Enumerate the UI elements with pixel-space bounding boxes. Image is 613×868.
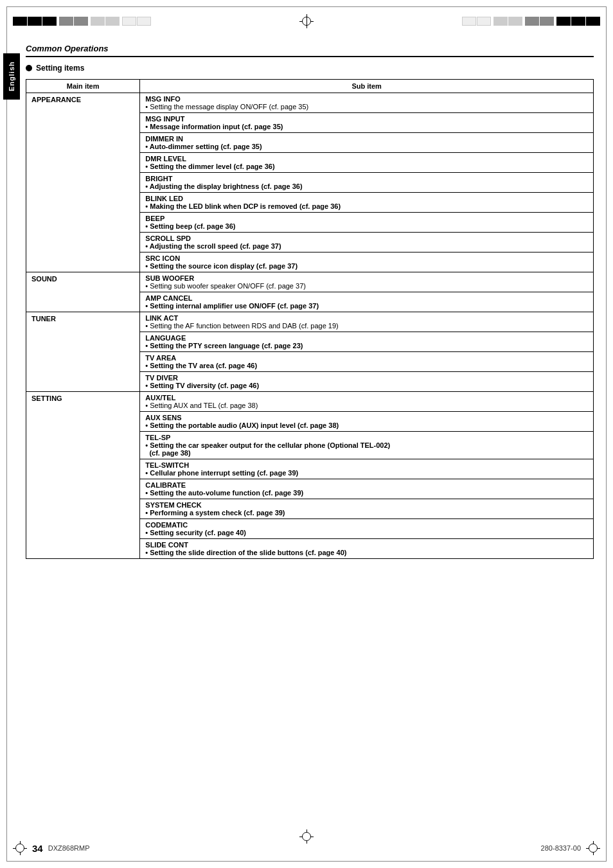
deco-block-8 <box>122 17 136 26</box>
top-decoration <box>13 12 600 31</box>
deco-block-6 <box>91 17 105 26</box>
top-deco-left <box>13 17 151 26</box>
deco-block-r4 <box>540 17 554 26</box>
bottom-center-crosshair <box>299 829 314 844</box>
deco-block-r5 <box>525 17 539 26</box>
deco-block-7 <box>105 17 120 26</box>
sub-item-name: CODEMATIC <box>145 521 588 529</box>
sub-item-name: TEL-SP <box>145 434 588 441</box>
sub-item-desc: • Setting security (cf. page 40) <box>145 529 588 536</box>
sub-item-cell: LANGUAGE• Setting the PTY screen languag… <box>140 332 594 352</box>
sub-item-cell: TV AREA• Setting the TV area (cf. page 4… <box>140 352 594 372</box>
sub-item-cell: BEEP• Setting beep (cf. page 36) <box>140 213 594 233</box>
sub-item-cell: SRC ICON• Setting the source icon displa… <box>140 252 594 272</box>
sub-item-cell: MSG INFO• Setting the message display ON… <box>140 93 594 113</box>
main-item-cell: SOUND <box>26 272 140 312</box>
sub-item-cell: SUB WOOFER• Setting sub woofer speaker O… <box>140 272 594 292</box>
sub-item-name: CALIBRATE <box>145 481 588 489</box>
sub-item-name: SUB WOOFER <box>145 274 588 282</box>
doc-number: 280-8337-00 <box>541 844 581 852</box>
sub-item-desc: • Setting the dimmer level (cf. page 36) <box>145 163 588 170</box>
col-header-main: Main item <box>26 80 140 93</box>
sub-item-name: LANGUAGE <box>145 334 588 342</box>
sub-item-name: SRC ICON <box>145 254 588 262</box>
page-number: 34 <box>32 843 43 854</box>
main-content-area: English Common Operations Setting items … <box>26 44 594 559</box>
sub-item-desc: • Setting internal amplifier use ON/OFF … <box>145 302 588 310</box>
deco-block-5 <box>74 17 88 26</box>
model-number: DXZ868RMP <box>48 844 90 852</box>
sub-item-cell: BLINK LED• Making the LED blink when DCP… <box>140 193 594 213</box>
deco-block-r2 <box>571 17 585 26</box>
main-item-cell: SETTING <box>26 392 140 559</box>
settings-table: Main item Sub item APPEARANCEMSG INFO• S… <box>26 79 594 559</box>
table-row: SETTINGAUX/TEL• Setting AUX and TEL (cf.… <box>26 392 594 412</box>
section-subtitle-text: Setting items <box>36 64 84 73</box>
sub-item-desc: • Setting the AF function between RDS an… <box>145 322 588 330</box>
sub-item-name: TV AREA <box>145 354 588 362</box>
sub-item-cell: TV DIVER• Setting TV diversity (cf. page… <box>140 372 594 392</box>
sub-item-name: TV DIVER <box>145 374 588 382</box>
sub-item-name: DMR LEVEL <box>145 155 588 163</box>
crosshair-circle <box>302 17 311 26</box>
sub-item-desc: • Setting AUX and TEL (cf. page 38) <box>145 402 588 409</box>
bottom-center-crosshair-container <box>0 829 613 844</box>
sub-item-desc: • Setting TV diversity (cf. page 46) <box>145 382 588 389</box>
sub-item-name: DIMMER IN <box>145 135 588 143</box>
sub-item-name: BEEP <box>145 215 588 222</box>
deco-block-r6 <box>508 17 522 26</box>
sub-item-name: AUX/TEL <box>145 394 588 402</box>
sub-item-cell: AUX SENS• Setting the portable audio (AU… <box>140 412 594 432</box>
sub-item-desc: • Performing a system check (cf. page 39… <box>145 509 588 517</box>
sub-item-desc: • Making the LED blink when DCP is remov… <box>145 202 588 210</box>
sub-item-cell: LINK ACT• Setting the AF function betwee… <box>140 312 594 332</box>
sub-item-desc: • Setting sub woofer speaker ON/OFF (cf.… <box>145 282 588 290</box>
sub-item-cell: SLIDE CONT• Setting the slide direction … <box>140 539 594 559</box>
sub-item-cell: CALIBRATE• Setting the auto-volume funct… <box>140 479 594 499</box>
deco-block-3 <box>42 17 57 26</box>
deco-block-1 <box>13 17 27 26</box>
sub-item-name: AUX SENS <box>145 414 588 421</box>
deco-block-r3 <box>556 17 571 26</box>
sub-item-name: SLIDE CONT <box>145 541 588 549</box>
sub-item-cell: TEL-SWITCH• Cellular phone interrupt set… <box>140 459 594 479</box>
deco-block-r7 <box>493 17 508 26</box>
sub-item-desc: • Adjusting the scroll speed (cf. page 3… <box>145 242 588 250</box>
sub-item-desc: • Setting the PTY screen language (cf. p… <box>145 342 588 350</box>
bullet-circle <box>26 65 32 71</box>
sub-item-name: AMP CANCEL <box>145 294 588 302</box>
sub-item-desc: • Setting the portable audio (AUX) input… <box>145 421 588 429</box>
main-item-cell: APPEARANCE <box>26 93 140 272</box>
section-subtitle: Setting items <box>26 64 594 73</box>
sub-item-desc: • Adjusting the display brightness (cf. … <box>145 182 588 190</box>
sub-item-desc: • Setting the auto-volume function (cf. … <box>145 489 588 497</box>
sub-item-desc: • Setting the TV area (cf. page 46) <box>145 362 588 369</box>
deco-block-4 <box>59 17 73 26</box>
sub-item-name: LINK ACT <box>145 314 588 322</box>
sub-item-cell: DIMMER IN• Auto-dimmer setting (cf. page… <box>140 133 594 153</box>
deco-block-r8 <box>477 17 491 26</box>
table-row: APPEARANCEMSG INFO• Setting the message … <box>26 93 594 113</box>
sub-item-name: MSG INFO <box>145 95 588 103</box>
sub-item-desc: • Setting the car speaker output for the… <box>145 441 588 457</box>
deco-block-2 <box>28 17 42 26</box>
language-tab: English <box>3 53 20 100</box>
section-title: Common Operations <box>26 44 594 57</box>
language-label: English <box>8 62 15 92</box>
sub-item-desc: • Auto-dimmer setting (cf. page 35) <box>145 143 588 150</box>
sub-item-cell: MSG INPUT• Message information input (cf… <box>140 113 594 133</box>
sub-item-cell: SYSTEM CHECK• Performing a system check … <box>140 499 594 519</box>
sub-item-desc: • Cellular phone interrupt setting (cf. … <box>145 469 588 477</box>
top-center-crosshair <box>299 14 314 28</box>
sub-item-desc: • Setting the message display ON/OFF (cf… <box>145 103 588 111</box>
table-row: SOUNDSUB WOOFER• Setting sub woofer spea… <box>26 272 594 292</box>
sub-item-name: BRIGHT <box>145 175 588 182</box>
sub-item-name: MSG INPUT <box>145 115 588 123</box>
sub-item-cell: SCROLL SPD• Adjusting the scroll speed (… <box>140 233 594 252</box>
sub-item-cell: BRIGHT• Adjusting the display brightness… <box>140 173 594 193</box>
deco-block-r1 <box>586 17 600 26</box>
sub-item-cell: DMR LEVEL• Setting the dimmer level (cf.… <box>140 153 594 173</box>
deco-block-r9 <box>462 17 476 26</box>
col-header-sub: Sub item <box>140 80 594 93</box>
sub-item-desc: • Setting beep (cf. page 36) <box>145 222 588 230</box>
